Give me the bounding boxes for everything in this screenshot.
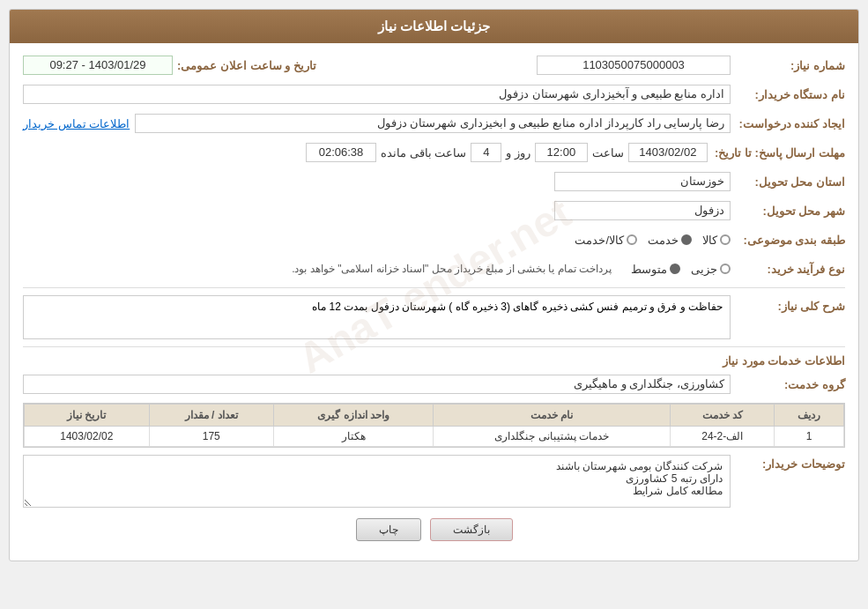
need-number-row: شماره نیاز: 1103050075000003 تاریخ و ساع… [23, 54, 845, 77]
requester-value: رضا پارسایی راد کارپرداز اداره منابع طبی… [135, 114, 731, 133]
province-label: استان محل تحویل: [731, 175, 845, 189]
purchase-type-note: پرداخت تمام یا بخشی از مبلغ خریداز محل "… [292, 263, 612, 275]
col-quantity: تعداد / مقدار [149, 405, 273, 427]
announcement-date-label: تاریخ و ساعت اعلان عمومی: [173, 59, 316, 72]
province-value: خوزستان [554, 172, 731, 191]
print-button[interactable]: چاپ [356, 518, 421, 541]
purchase-type-label: نوع فرآیند خرید: [731, 263, 845, 276]
page-header: جزئیات اطلاعات نیاز [10, 10, 858, 43]
col-service-name: نام خدمت [434, 405, 671, 427]
cell-service-code: الف-2-24 [671, 427, 775, 447]
need-description-label: شرح کلی نیاز: [731, 295, 845, 313]
purchase-jozi-item: جزیی [691, 263, 731, 276]
col-service-code: کد خدمت [671, 405, 775, 427]
services-table: ردیف کد خدمت نام خدمت واحد اندازه گیری ت… [24, 404, 844, 447]
services-table-container: ردیف کد خدمت نام خدمت واحد اندازه گیری ت… [23, 403, 845, 448]
province-row: استان محل تحویل: خوزستان [23, 170, 845, 193]
announcement-date-value: 1403/01/29 - 09:27 [23, 56, 173, 75]
cell-row-num: 1 [775, 427, 844, 447]
roz-label: روز و [501, 146, 535, 160]
table-row: 1 الف-2-24 خدمات پشتیبانی جنگلداری هکتار… [25, 427, 844, 447]
category-kala-radio[interactable] [720, 234, 731, 245]
deadline-label: مهلت ارسال پاسخ: تا تاریخ: [708, 146, 845, 160]
need-number-value: 1103050075000003 [537, 56, 731, 75]
city-label: شهر محل تحویل: [731, 204, 845, 218]
purchase-type-radio-group: جزیی متوسط پرداخت تمام یا بخشی از مبلغ خ… [292, 263, 731, 276]
need-number-label: شماره نیاز: [731, 59, 845, 72]
saet-label: ساعت [588, 146, 628, 160]
remaining-saet-label: ساعت باقی مانده [376, 146, 471, 160]
col-date: تاریخ نیاز [25, 405, 150, 427]
cell-unit: هکتار [273, 427, 433, 447]
purchase-motavaset-label: متوسط [631, 263, 667, 276]
deadline-row: مهلت ارسال پاسخ: تا تاریخ: 1403/02/02 سا… [23, 141, 845, 164]
button-row: بازگشت چاپ [23, 518, 845, 550]
category-radio-group: کالا خدمت کالا/خدمت [575, 234, 731, 247]
services-section-title: اطلاعات خدمات مورد نیاز [23, 354, 845, 368]
city-value: دزفول [554, 201, 731, 220]
cell-date: 1403/02/02 [25, 427, 150, 447]
contact-link[interactable]: اطلاعات تماس خریدار [23, 117, 130, 130]
service-group-value: کشاورزی، جنگلداری و ماهیگیری [23, 375, 731, 394]
header-title: جزئیات اطلاعات نیاز [378, 19, 490, 33]
category-khadamat-label: خدمت [648, 234, 679, 247]
divider-2 [23, 346, 845, 347]
buyer-org-value: اداره منابع طبیعی و آبخیزداری شهرستان دز… [23, 85, 731, 104]
col-row-num: ردیف [775, 405, 844, 427]
divider-1 [23, 287, 845, 288]
category-kala-khadamat-label: کالا/خدمت [575, 234, 624, 247]
category-khadamat-radio[interactable] [681, 234, 692, 245]
category-kala-label: کالا [702, 234, 717, 247]
buyer-notes-label: توضیحات خریدار: [731, 455, 845, 471]
buyer-notes-row: توضیحات خریدار: [23, 455, 845, 508]
requester-row: ایجاد کننده درخواست: رضا پارسایی راد کار… [23, 112, 845, 135]
category-kala-khadamat-radio[interactable] [627, 234, 637, 245]
purchase-type-row: نوع فرآیند خرید: جزیی متوسط پرداخت تمام … [23, 257, 845, 280]
response-days-value: 4 [471, 143, 501, 162]
purchase-motavaset-item: متوسط [631, 263, 680, 276]
category-kala-item: کالا [702, 234, 731, 247]
remaining-time-value: 02:06:38 [306, 143, 376, 162]
buyer-org-row: نام دستگاه خریدار: اداره منابع طبیعی و آ… [23, 83, 845, 106]
cell-service-name: خدمات پشتیبانی جنگلداری [434, 427, 671, 447]
category-kala-khadamat-item: کالا/خدمت [575, 234, 637, 247]
buyer-org-label: نام دستگاه خریدار: [731, 88, 845, 101]
cell-quantity: 175 [149, 427, 273, 447]
service-group-row: گروه خدمت: کشاورزی، جنگلداری و ماهیگیری [23, 373, 845, 396]
category-row: طبقه بندی موضوعی: کالا خدمت کالا/خدمت [23, 228, 845, 251]
col-unit: واحد اندازه گیری [273, 405, 433, 427]
need-description-row: شرح کلی نیاز: [23, 295, 845, 339]
category-label: طبقه بندی موضوعی: [731, 234, 845, 247]
response-date-value: 1403/02/02 [628, 143, 708, 162]
category-khadamat-item: خدمت [648, 234, 692, 247]
requester-label: ایجاد کننده درخواست: [731, 117, 845, 130]
response-time-value: 12:00 [535, 143, 588, 162]
buyer-notes-textarea[interactable] [23, 455, 731, 508]
need-description-textarea[interactable] [23, 295, 731, 339]
purchase-motavaset-radio[interactable] [670, 264, 680, 274]
back-button[interactable]: بازگشت [430, 518, 513, 541]
purchase-jozi-label: جزیی [691, 263, 717, 276]
service-group-label: گروه خدمت: [731, 378, 845, 391]
purchase-jozi-radio[interactable] [720, 264, 731, 274]
city-row: شهر محل تحویل: دزفول [23, 199, 845, 222]
